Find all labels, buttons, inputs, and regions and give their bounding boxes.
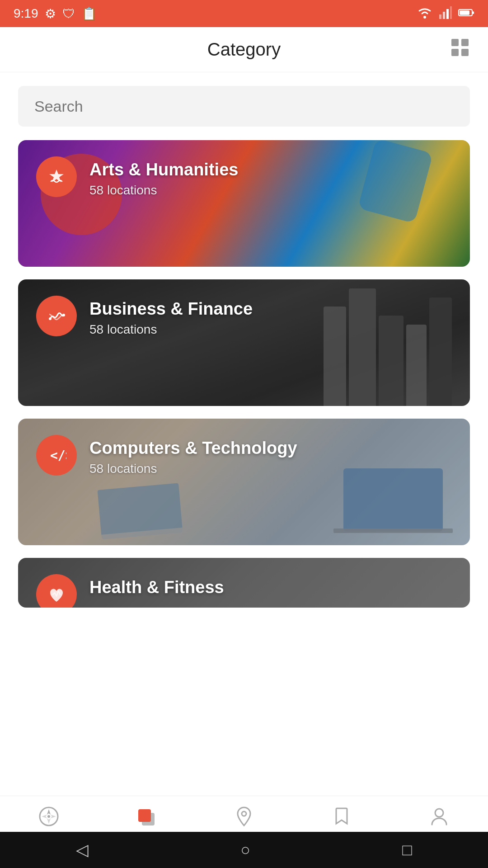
- gear-icon: ⚙: [45, 6, 56, 21]
- home-button[interactable]: ○: [240, 840, 250, 859]
- svg-rect-8: [451, 39, 459, 46]
- category-card-business[interactable]: Business & Finance 58 locations: [18, 279, 470, 406]
- grid-view-button[interactable]: [450, 38, 470, 61]
- status-time: 9:19: [14, 6, 38, 21]
- svg-point-13: [62, 314, 65, 316]
- category-card-arts[interactable]: Arts & Humanities 58 locations: [18, 140, 470, 267]
- signal-icon: [439, 6, 452, 21]
- home-compass-icon: [38, 806, 60, 832]
- computers-subtitle: 58 locations: [89, 462, 297, 476]
- card-content-arts: Arts & Humanities 58 locations: [18, 140, 470, 267]
- svg-marker-19: [42, 815, 47, 818]
- status-right: [417, 6, 474, 21]
- svg-rect-11: [461, 49, 469, 56]
- computers-icon-circle: </>: [36, 435, 77, 476]
- arts-icon-circle: [36, 156, 77, 197]
- svg-rect-9: [461, 39, 469, 46]
- place-pin-icon: [233, 806, 255, 832]
- svg-point-12: [49, 317, 52, 320]
- recent-button[interactable]: □: [402, 840, 412, 859]
- header: Category: [0, 27, 488, 72]
- account-person-icon: [428, 806, 450, 832]
- svg-point-0: [423, 16, 426, 19]
- card-content-computers: </> Computers & Technology 58 locations: [18, 419, 470, 545]
- svg-rect-2: [443, 12, 445, 19]
- svg-point-24: [435, 809, 443, 817]
- svg-rect-1: [439, 14, 441, 19]
- svg-marker-20: [51, 815, 56, 818]
- arts-title: Arts & Humanities: [89, 160, 238, 179]
- system-nav-bar: ◁ ○ □: [0, 832, 488, 868]
- category-card-computers[interactable]: </> Computers & Technology 58 locations: [18, 419, 470, 545]
- svg-rect-3: [446, 9, 449, 19]
- category-list: Arts & Humanities 58 locations: [0, 140, 488, 702]
- svg-rect-7: [473, 11, 474, 14]
- svg-point-16: [47, 815, 50, 818]
- business-icon-circle: [36, 296, 77, 336]
- back-button[interactable]: ◁: [76, 840, 89, 859]
- status-left: 9:19 ⚙ 🛡 📋: [14, 6, 97, 21]
- svg-rect-6: [460, 10, 469, 15]
- svg-text:</>: </>: [50, 448, 66, 463]
- svg-point-23: [242, 811, 246, 816]
- health-title: Health & Fitness: [89, 578, 224, 597]
- status-bar: 9:19 ⚙ 🛡 📋: [0, 0, 488, 27]
- health-icon-circle: [36, 574, 77, 608]
- arts-subtitle: 58 locations: [89, 183, 238, 198]
- business-title: Business & Finance: [89, 299, 253, 319]
- health-text: Health & Fitness: [89, 574, 224, 597]
- wifi-icon: [417, 6, 433, 21]
- clipboard-icon: 📋: [81, 6, 97, 21]
- search-input[interactable]: [18, 86, 470, 127]
- business-text: Business & Finance 58 locations: [89, 296, 253, 337]
- page-title: Category: [207, 39, 281, 60]
- arts-text: Arts & Humanities 58 locations: [89, 156, 238, 198]
- svg-rect-10: [451, 49, 459, 56]
- computers-title: Computers & Technology: [89, 439, 297, 458]
- category-icon: [136, 806, 157, 832]
- computers-text: Computers & Technology 58 locations: [89, 435, 297, 476]
- search-container: [0, 72, 488, 140]
- whislist-bookmark-icon: [331, 806, 352, 832]
- svg-marker-18: [47, 818, 51, 824]
- business-subtitle: 58 locations: [89, 322, 253, 337]
- svg-rect-4: [450, 6, 452, 19]
- card-content-health: Health & Fitness: [18, 558, 470, 608]
- shield-icon: 🛡: [62, 6, 75, 21]
- card-content-business: Business & Finance 58 locations: [18, 279, 470, 406]
- svg-marker-17: [47, 809, 51, 815]
- svg-rect-22: [138, 809, 151, 822]
- battery-icon: [458, 8, 474, 19]
- category-card-health[interactable]: Health & Fitness: [18, 558, 470, 608]
